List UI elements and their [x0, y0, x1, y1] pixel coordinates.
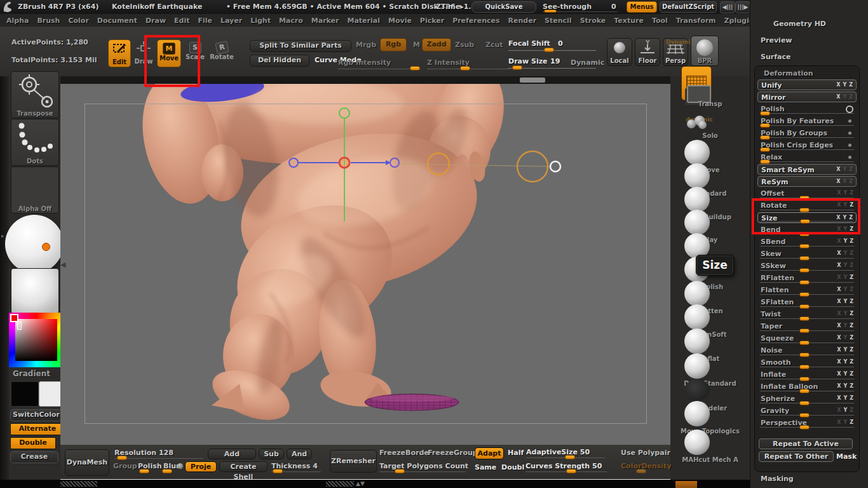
dynamesh-button[interactable]: DynaMesh	[65, 449, 109, 476]
modifier-dot-icon[interactable]	[848, 132, 851, 135]
slider-track[interactable]	[760, 137, 854, 138]
axis-toggles[interactable]: XYZ	[834, 323, 853, 329]
m-button[interactable]: M	[413, 41, 420, 49]
adaptivesize-slider-label[interactable]: AdaptiveSize 50	[526, 448, 590, 456]
axis-toggles[interactable]: XYZ	[834, 347, 853, 353]
stroke-dots-thumbnail[interactable]: Dots	[11, 119, 59, 166]
switchcolor-button[interactable]: SwitchColor	[10, 409, 62, 421]
menu-alpha[interactable]: Alpha	[6, 17, 29, 25]
resolution-handle[interactable]	[117, 456, 127, 460]
add-button[interactable]: Add	[208, 449, 256, 459]
slider-handle[interactable]	[799, 304, 810, 309]
axis-z-toggle[interactable]: Z	[850, 274, 853, 280]
canvas-left-arrow-icon[interactable]: ◀	[60, 261, 65, 269]
axis-y-toggle[interactable]: Y	[843, 238, 847, 244]
freezegroups-button[interactable]: FreezeGroup	[428, 449, 478, 457]
axis-x-toggle[interactable]: X	[837, 287, 841, 292]
slider-track[interactable]	[760, 161, 854, 162]
rotate-button[interactable]: R Rotate	[210, 39, 234, 66]
color-picker[interactable]	[9, 313, 64, 367]
axis-z-toggle[interactable]: Z	[850, 311, 853, 316]
axis-z-toggle[interactable]: Z	[849, 166, 853, 172]
brush-icon-dam-standard[interactable]	[684, 353, 710, 379]
axis-y-toggle[interactable]: Y	[843, 190, 847, 196]
axis-toggles[interactable]: XYZ	[834, 419, 853, 425]
axis-z-toggle[interactable]: Z	[850, 335, 853, 341]
axis-y-toggle[interactable]: Y	[843, 371, 847, 377]
texture-strip-mid[interactable]	[326, 481, 354, 487]
slider-handle[interactable]	[799, 292, 810, 297]
texture-sphere[interactable]	[5, 215, 64, 273]
slider-handle[interactable]	[799, 256, 810, 261]
deformation-row-offset[interactable]: OffsetXYZ	[757, 188, 857, 199]
deformation-row-noise[interactable]: NoiseXYZ	[757, 345, 857, 356]
menu-stroke[interactable]: Stroke	[580, 17, 606, 25]
main-color-swatch[interactable]	[11, 381, 39, 407]
thickness-handle[interactable]	[273, 469, 283, 473]
slider-handle[interactable]	[799, 268, 810, 273]
axis-y-toggle[interactable]: Y	[843, 335, 847, 341]
axis-toggles[interactable]: XYZ	[834, 359, 853, 365]
repeat-to-other-button[interactable]: Repeat To Other	[759, 451, 834, 462]
menu-marker[interactable]: Marker	[311, 17, 339, 25]
slider-handle[interactable]	[799, 280, 810, 285]
slider-handle[interactable]	[799, 401, 810, 405]
deformation-row-sskew[interactable]: SSkewXYZ	[757, 261, 857, 271]
menu-macro[interactable]: Macro	[279, 17, 303, 25]
deformation-row-resym[interactable]: ReSymXYZ	[757, 176, 857, 187]
alpha-off-thumbnail[interactable]: Alpha Off	[11, 166, 59, 214]
axis-y-toggle[interactable]: Y	[843, 407, 847, 413]
defaultzscript-button[interactable]: DefaultZScript	[660, 1, 717, 13]
left-edge-strip[interactable]	[0, 76, 9, 488]
tool-label-inflat[interactable]: Inflat	[670, 355, 750, 362]
axis-toggles[interactable]: XYZ	[834, 166, 853, 172]
tool-label-flatten[interactable]: Flatten	[670, 308, 750, 315]
axis-z-toggle[interactable]: Z	[850, 347, 853, 353]
canvas-h-scrollbar[interactable]	[520, 78, 545, 83]
axis-y-toggle[interactable]: Y	[843, 383, 847, 389]
solo-cluster-icon[interactable]	[687, 116, 709, 130]
slider-handle[interactable]	[799, 377, 810, 381]
deformation-row-sbend[interactable]: SBendXYZ	[757, 236, 857, 247]
palette-geometry-hd[interactable]: Geometry HD	[773, 20, 826, 28]
deformation-row-sflatten[interactable]: SFlattenXYZ	[757, 297, 857, 308]
deformation-row-polish-by-groups[interactable]: Polish By Groups	[757, 128, 857, 139]
deformation-row-perspective[interactable]: PerspectiveXYZ	[757, 417, 857, 428]
menu-movie[interactable]: Movie	[388, 17, 412, 25]
slider-handle[interactable]	[799, 389, 810, 393]
menu-stencil[interactable]: Stencil	[545, 17, 572, 25]
zremesher-button[interactable]: ZRemesher	[330, 450, 377, 473]
deformation-row-relax[interactable]: Relax	[757, 152, 857, 163]
deformation-row-flatten[interactable]: FlattenXYZ	[757, 285, 857, 295]
axis-toggles[interactable]: XYZ	[834, 82, 853, 88]
menu-edit[interactable]: Edit	[174, 17, 189, 25]
axis-z-toggle[interactable]: Z	[850, 383, 853, 389]
axis-y-toggle[interactable]: Y	[843, 262, 847, 268]
menu-document[interactable]: Document	[97, 17, 137, 25]
divider-right-icon[interactable]: |||▶	[735, 1, 750, 13]
axis-toggles[interactable]: XYZ	[834, 287, 853, 292]
modifier-dot-icon[interactable]	[848, 119, 851, 123]
axis-toggles[interactable]: XYZ	[834, 371, 853, 377]
axis-z-toggle[interactable]: Z	[850, 250, 853, 256]
freezeborder-button[interactable]: FreezeBorde	[379, 449, 429, 457]
zsub-button[interactable]: Zsub	[455, 41, 474, 49]
resolution-track[interactable]	[114, 458, 203, 459]
axis-toggles[interactable]: XYZ	[834, 190, 853, 196]
doubl-button[interactable]: Doubl	[501, 463, 524, 471]
menu-draw[interactable]: Draw	[146, 17, 166, 25]
axis-toggles[interactable]: XYZ	[834, 179, 853, 184]
brush-icon-clay[interactable]	[684, 210, 710, 235]
slider-handle[interactable]	[799, 341, 810, 345]
crease-button[interactable]: Crease	[10, 451, 58, 463]
axis-x-toggle[interactable]: X	[837, 311, 841, 316]
axis-x-toggle[interactable]: X	[837, 262, 841, 268]
zcut-button[interactable]: Zcut	[485, 41, 503, 49]
deformation-row-squeeze[interactable]: SqueezeXYZ	[757, 333, 857, 344]
axis-y-toggle[interactable]: Y	[843, 94, 846, 100]
axis-z-toggle[interactable]: Z	[850, 407, 853, 413]
axis-y-toggle[interactable]: Y	[843, 274, 847, 280]
axis-x-toggle[interactable]: X	[837, 371, 841, 377]
edit-button[interactable]: Edit	[108, 39, 131, 67]
axis-x-toggle[interactable]: X	[837, 250, 841, 256]
